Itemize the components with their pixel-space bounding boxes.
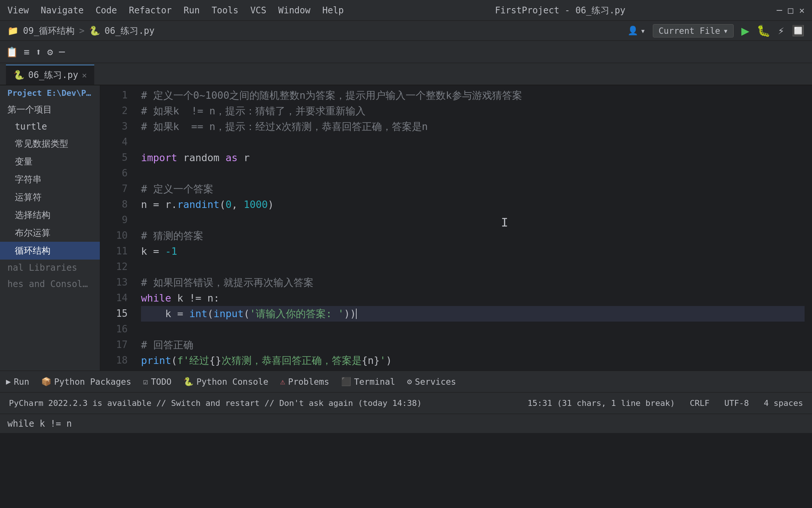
current-file-selector[interactable]: Current File ▾: [653, 24, 734, 38]
code-line-13: # 如果回答错误，就提示再次输入答案: [141, 275, 805, 290]
breadcrumb-file-icon: 🐍: [89, 26, 100, 36]
code-content[interactable]: # 定义一个0~1000之间的随机整数n为答案，提示用户输入一个整数k参与游戏猜…: [134, 85, 812, 371]
var-r: r: [165, 196, 171, 212]
code-line-12: [141, 259, 805, 275]
code-line-11: k = -1: [141, 244, 805, 259]
sidebar-item-strings[interactable]: 字符串: [0, 170, 100, 188]
fstr-brace2: {n}: [362, 352, 380, 368]
menu-tools[interactable]: Tools: [212, 5, 238, 16]
status-right: 15:31 (31 chars, 1 line break) CRLF UTF-…: [527, 398, 803, 408]
code-line-8: n = r.randint(0, 1000): [141, 197, 805, 212]
bottom-terminal[interactable]: ⬛ Terminal: [341, 377, 395, 387]
current-file-dropdown-icon: ▾: [723, 26, 728, 36]
python-console-label: Python Console: [196, 377, 268, 387]
while-n: n: [207, 290, 213, 306]
breadcrumb-item2[interactable]: 06_练习.py: [105, 25, 155, 37]
menu-vcs[interactable]: VCS: [250, 5, 266, 16]
bottom-run-tool[interactable]: ▶ Run: [6, 377, 29, 387]
num-0: 0: [226, 196, 232, 212]
sidebar-item-operators[interactable]: 运算符: [0, 188, 100, 206]
fn-randint: randint: [177, 196, 220, 212]
bottom-toolbar: ▶ Run 📦 Python Packages ☑ TODO 🐍 Python …: [0, 371, 812, 392]
var-k2: k: [165, 306, 171, 322]
sidebar-item-first-project[interactable]: 第一个项目: [0, 101, 100, 118]
settings-icon[interactable]: ⚙: [47, 46, 53, 58]
while-k: k: [177, 290, 183, 306]
status-bar: PyCharm 2022.2.3 is available // Switch …: [0, 392, 812, 414]
menu-code[interactable]: Code: [95, 5, 117, 16]
ln-3: 3: [106, 119, 128, 134]
bottom-todo[interactable]: ☑ TODO: [143, 377, 172, 387]
comment-10: # 猜测的答案: [141, 228, 203, 244]
debug-button[interactable]: 🐛: [757, 24, 770, 37]
bottom-services[interactable]: ⚙ Services: [407, 377, 456, 387]
sidebar-item-selection[interactable]: 选择结构: [0, 206, 100, 224]
code-line-5: import random as r: [141, 150, 805, 166]
terminal-icon: ⬛: [341, 377, 351, 386]
sidebar-item-turtle[interactable]: turtle: [0, 118, 100, 135]
sidebar-item-common-types[interactable]: 常见数据类型: [0, 135, 100, 153]
run-tool-label: Run: [14, 377, 29, 387]
bottom-python-console[interactable]: 🐍 Python Console: [183, 377, 268, 387]
menu-window[interactable]: Window: [278, 5, 311, 16]
comment-1: # 定义一个0~1000之间的随机整数n为答案，提示用户输入一个整数k参与游戏猜…: [141, 87, 522, 103]
menu-navigate[interactable]: Navigate: [41, 5, 84, 16]
sidebar-item-bool[interactable]: 布尔运算: [0, 224, 100, 242]
comment-13: # 如果回答错误，就提示再次输入答案: [141, 274, 314, 290]
ln-14: 14: [106, 290, 128, 306]
services-icon: ⚙: [407, 377, 412, 386]
editor: 1 2 3 4 5 6 7 8 9 10 11 12 13 14 15 16 1…: [100, 85, 812, 371]
bottom-python-packages[interactable]: 📦 Python Packages: [41, 377, 131, 387]
code-line-15[interactable]: k = int(input('请输入你的答案: ')): [141, 306, 805, 322]
coverage-button[interactable]: 🔲: [792, 25, 805, 37]
fstr-brace1: {}: [209, 352, 222, 368]
file-tab-active[interactable]: 🐍 06_练习.py ✕: [6, 65, 94, 85]
menu-refactor[interactable]: Refactor: [129, 5, 172, 16]
python-packages-label: Python Packages: [54, 377, 131, 387]
file-tabs: 🐍 06_练习.py ✕: [0, 63, 812, 85]
fstring3: ': [380, 352, 386, 368]
sidebar-item-project[interactable]: Project E:\Dev\Project: [0, 85, 100, 101]
kw-while: while: [141, 290, 171, 306]
structure-icon[interactable]: ≡: [24, 46, 30, 58]
code-area[interactable]: 1 2 3 4 5 6 7 8 9 10 11 12 13 14 15 16 1…: [100, 85, 812, 371]
notification-text[interactable]: PyCharm 2022.2.3 is available // Switch …: [9, 398, 422, 408]
close-button[interactable]: ✕: [799, 5, 805, 16]
breadcrumb-item1[interactable]: 09_循环结构: [23, 25, 75, 37]
bookmark-icon[interactable]: ⬆: [36, 46, 42, 58]
ln-12: 12: [106, 259, 128, 275]
maximize-button[interactable]: □: [788, 5, 793, 16]
menu-run[interactable]: Run: [184, 5, 200, 16]
sidebar-item-variables[interactable]: 变量: [0, 153, 100, 170]
minimize-button[interactable]: ─: [777, 5, 782, 16]
comment-7: # 定义一个答案: [141, 181, 213, 197]
sidebar-item-nal-libraries[interactable]: nal Libraries: [0, 260, 100, 276]
file-tab-name: 06_练习.py: [28, 69, 78, 81]
hide-icon[interactable]: ─: [59, 46, 65, 58]
menu-view[interactable]: View: [7, 5, 29, 16]
sidebar-item-hes-consoles[interactable]: hes and Consoles: [0, 276, 100, 292]
code-line-10: # 猜测的答案: [141, 228, 805, 244]
problems-label: Problems: [288, 377, 329, 387]
project-tool-icon: 📋: [6, 46, 18, 58]
bottom-problems[interactable]: ⚠ Problems: [280, 377, 329, 387]
line-ending: CRLF: [690, 398, 710, 408]
sidebar-item-loops[interactable]: 循环结构: [0, 242, 100, 260]
comment-3: # 如果k == n，提示：经过x次猜测，恭喜回答正确，答案是n: [141, 118, 428, 134]
run-button[interactable]: ▶: [741, 23, 749, 38]
comment-2: # 如果k != n，提示：猜错了，并要求重新输入: [141, 103, 366, 119]
ln-6: 6: [106, 166, 128, 181]
window-controls: ─ □ ✕: [777, 5, 805, 16]
profile-run-button[interactable]: ⚡: [778, 25, 784, 37]
menu-help[interactable]: Help: [322, 5, 344, 16]
ln-16: 16: [106, 322, 128, 337]
fn-print: print: [141, 352, 171, 368]
ln-7: 7: [106, 181, 128, 197]
profile-button[interactable]: 👤 ▾: [628, 26, 646, 36]
code-line-4: [141, 134, 805, 150]
fn-int: int: [189, 306, 207, 322]
fstring: f'经过: [177, 352, 210, 368]
ln-9: 9: [106, 212, 128, 228]
code-line-16: [141, 322, 805, 337]
file-tab-close[interactable]: ✕: [82, 71, 87, 80]
